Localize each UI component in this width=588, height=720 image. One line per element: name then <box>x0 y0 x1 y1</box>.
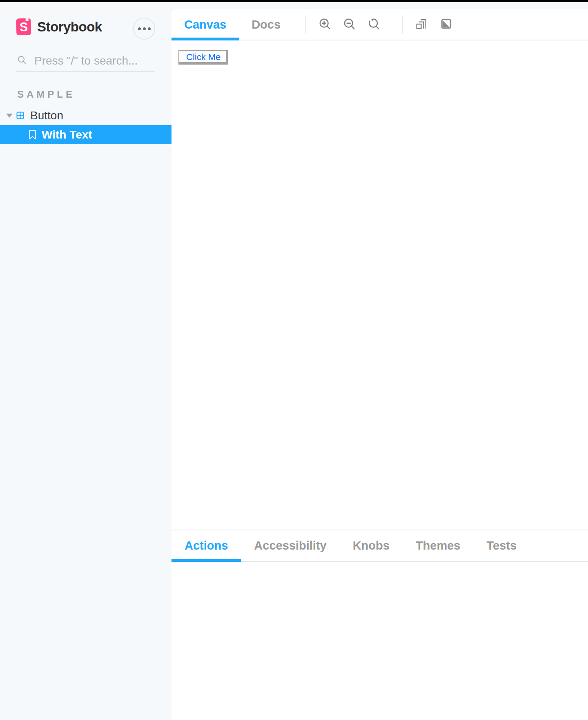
storybook-app: S Storybook SAMPLE <box>0 0 588 720</box>
tree-item-label: With Text <box>42 128 92 141</box>
sidebar: S Storybook SAMPLE <box>0 2 172 720</box>
zoom-out-icon <box>343 18 356 31</box>
story-tree: Button With Text <box>0 106 172 144</box>
component-icon <box>16 112 24 119</box>
tab-accessibility[interactable]: Accessibility <box>241 530 339 561</box>
addons-tabbar: Actions Accessibility Knobs Themes Tests <box>172 530 588 562</box>
bookmark-icon <box>29 130 36 140</box>
preview-panel: Canvas Docs <box>172 9 588 720</box>
addons-content <box>172 562 588 720</box>
brand-title: Storybook <box>37 19 102 35</box>
tab-actions[interactable]: Actions <box>172 530 241 561</box>
viewport-size-button[interactable] <box>412 16 430 34</box>
zoom-in-button[interactable] <box>316 16 334 34</box>
viewport-size-icon <box>416 18 427 31</box>
chevron-down-icon <box>6 114 13 118</box>
search-icon <box>17 55 27 67</box>
tree-item-label: Button <box>30 109 63 122</box>
sidebar-menu-button[interactable] <box>133 18 155 40</box>
zoom-reset-button[interactable] <box>365 16 383 34</box>
toolbar-divider <box>402 16 403 34</box>
sidebar-section-heading: SAMPLE <box>17 89 75 100</box>
storybook-logo-icon: S <box>16 18 31 36</box>
zoom-out-button[interactable] <box>341 16 359 34</box>
tab-docs[interactable]: Docs <box>239 9 293 40</box>
preview-toolbar: Canvas Docs <box>172 9 588 40</box>
addons-panel: Actions Accessibility Knobs Themes Tests <box>172 530 588 720</box>
search-bar <box>16 51 155 72</box>
story-demo-button[interactable]: Click Me <box>178 50 228 65</box>
tree-item-button[interactable]: Button <box>0 106 172 125</box>
background-toggle-icon <box>441 19 451 30</box>
tab-themes[interactable]: Themes <box>403 530 474 561</box>
zoom-in-icon <box>319 18 331 31</box>
brand: S Storybook <box>16 18 102 35</box>
background-toggle-button[interactable] <box>437 16 455 34</box>
story-canvas: Click Me <box>172 40 588 530</box>
tab-knobs[interactable]: Knobs <box>340 530 403 561</box>
zoom-reset-icon <box>368 18 380 31</box>
toolbar-divider <box>305 16 306 34</box>
tree-item-with-text-selected[interactable]: With Text <box>0 125 172 144</box>
tab-canvas[interactable]: Canvas <box>172 9 239 40</box>
tab-tests[interactable]: Tests <box>474 530 530 561</box>
ellipsis-icon <box>138 27 151 30</box>
search-input[interactable] <box>34 54 182 67</box>
